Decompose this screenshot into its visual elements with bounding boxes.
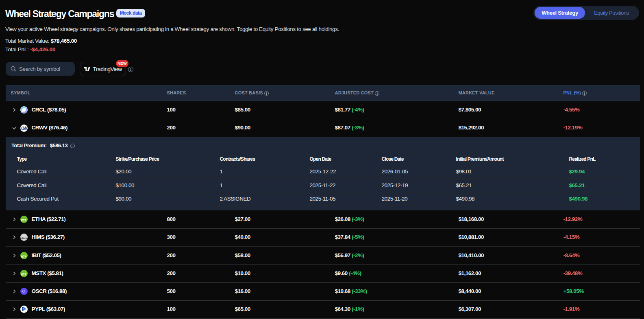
svg-text:W: W — [23, 126, 27, 131]
